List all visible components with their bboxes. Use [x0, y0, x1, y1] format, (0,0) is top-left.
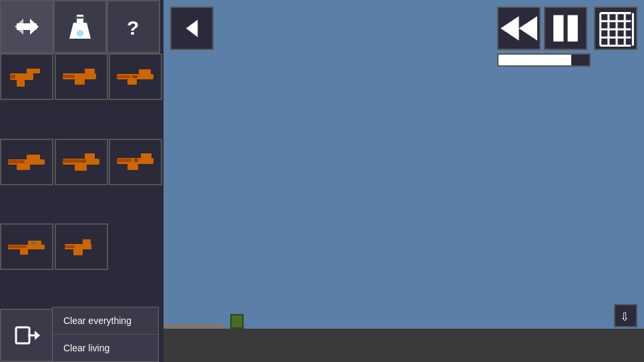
svg-rect-32: [117, 159, 131, 162]
context-menu: Clear everything Clear living: [52, 307, 159, 362]
question-button[interactable]: ?: [107, 0, 160, 53]
ground-weapon: [164, 325, 224, 327]
top-right-controls: [497, 7, 591, 67]
weapon-cell-rifle[interactable]: [109, 53, 162, 100]
svg-rect-43: [16, 327, 29, 343]
sidebar-bottom: Clear everything Clear living: [0, 309, 164, 362]
weapon-cell-shotgun[interactable]: [55, 139, 108, 185]
weapon-cell-sniper[interactable]: [0, 223, 53, 270]
svg-rect-38: [31, 242, 36, 244]
flask-button[interactable]: [53, 0, 107, 53]
svg-rect-49: [553, 15, 563, 42]
progress-bar[interactable]: [497, 53, 591, 67]
svg-rect-31: [127, 164, 138, 170]
svg-rect-18: [117, 75, 130, 78]
grid-button[interactable]: [594, 7, 637, 50]
svg-rect-14: [63, 75, 75, 78]
svg-rect-30: [141, 153, 151, 158]
pause-button[interactable]: [544, 7, 587, 50]
svg-rect-17: [127, 79, 137, 85]
svg-rect-8: [27, 69, 40, 73]
exit-button[interactable]: [0, 309, 53, 362]
svg-rect-50: [568, 15, 578, 42]
svg-rect-16: [139, 69, 151, 74]
sidebar: ?: [0, 0, 164, 362]
bottom-right-icon[interactable]: ⇩: [614, 304, 637, 327]
svg-rect-23: [8, 160, 25, 163]
svg-marker-45: [35, 331, 40, 340]
weapon-cell-assault-rifle[interactable]: [109, 139, 162, 185]
svg-text:?: ?: [127, 17, 139, 39]
toolbar: ?: [0, 0, 164, 53]
svg-rect-42: [65, 245, 75, 248]
back-button[interactable]: [170, 7, 214, 50]
svg-rect-36: [20, 249, 28, 255]
weapon-cell-pistol2[interactable]: [55, 223, 108, 270]
ground: [164, 329, 644, 362]
svg-marker-47: [501, 16, 519, 41]
svg-text:⇩: ⇩: [620, 311, 629, 323]
svg-rect-27: [63, 159, 83, 163]
progress-bar-fill: [499, 55, 571, 65]
svg-rect-26: [75, 165, 87, 171]
svg-rect-41: [73, 249, 83, 255]
svg-point-5: [77, 30, 83, 37]
svg-rect-10: [10, 75, 15, 79]
svg-rect-4: [75, 17, 85, 19]
svg-rect-33: [134, 159, 138, 162]
svg-rect-28: [83, 159, 86, 163]
weapon-cell-smg[interactable]: [55, 53, 108, 100]
game-area: ⇩: [164, 0, 644, 362]
swap-button[interactable]: [0, 0, 53, 53]
main-container: ?: [0, 0, 644, 362]
weapon-cell-pistol[interactable]: [0, 53, 53, 100]
clear-living-button[interactable]: Clear living: [53, 335, 158, 361]
weapon-grid: [0, 53, 164, 309]
playback-controls: [497, 7, 591, 50]
svg-rect-12: [85, 69, 95, 73]
svg-marker-1: [15, 19, 37, 35]
svg-marker-46: [186, 19, 198, 37]
svg-rect-21: [27, 155, 40, 159]
svg-rect-19: [132, 75, 137, 78]
svg-rect-22: [17, 165, 30, 170]
svg-rect-13: [75, 79, 85, 85]
weapon-cell-machinegun[interactable]: [0, 139, 53, 185]
svg-rect-37: [8, 245, 27, 248]
svg-marker-48: [519, 16, 537, 41]
clear-everything-button[interactable]: Clear everything: [53, 307, 158, 335]
svg-rect-40: [83, 239, 91, 244]
rewind-button[interactable]: [497, 7, 541, 50]
svg-rect-9: [17, 80, 25, 87]
player-character: [230, 314, 244, 329]
svg-rect-25: [85, 153, 95, 159]
